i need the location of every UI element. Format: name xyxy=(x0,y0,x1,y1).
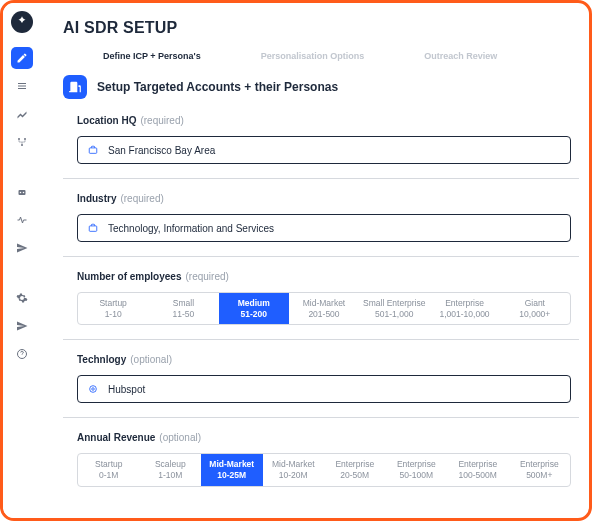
step-outreach-review[interactable]: Outreach Review xyxy=(424,51,497,61)
page-title: AI SDR SETUP xyxy=(63,19,579,37)
technology-input[interactable]: Hubspot xyxy=(77,375,571,403)
nav-list[interactable] xyxy=(11,75,33,97)
wizard-steps: Define ICP + Persona's Personalisation O… xyxy=(63,51,579,75)
nav-edit[interactable] xyxy=(11,47,33,69)
briefcase-icon xyxy=(88,223,98,233)
svg-rect-3 xyxy=(19,190,26,195)
svg-point-2 xyxy=(21,144,23,146)
technology-label: Technlogy(optional) xyxy=(77,354,579,365)
svg-point-4 xyxy=(20,192,22,194)
industry-input[interactable]: Technology, Information and Services xyxy=(77,214,571,242)
industry-value: Technology, Information and Services xyxy=(108,223,560,234)
briefcase-icon xyxy=(88,145,98,155)
technology-value: Hubspot xyxy=(108,384,560,395)
employees-option-1[interactable]: Small11-50 xyxy=(148,293,218,324)
employees-option-3[interactable]: Mid-Market201-500 xyxy=(289,293,359,324)
revenue-option-0[interactable]: Startup0-1M xyxy=(78,454,140,485)
svg-rect-8 xyxy=(89,226,97,231)
divider xyxy=(63,417,579,418)
building-icon xyxy=(63,75,87,99)
revenue-option-5[interactable]: Enterprise50-100M xyxy=(386,454,448,485)
divider xyxy=(63,178,579,179)
revenue-option-7[interactable]: Enterprise500M+ xyxy=(509,454,571,485)
step-personalisation[interactable]: Personalisation Options xyxy=(261,51,365,61)
location-input[interactable]: San Francisco Bay Area xyxy=(77,136,571,164)
nav-send[interactable] xyxy=(11,237,33,259)
revenue-option-6[interactable]: Enterprise100-500M xyxy=(447,454,509,485)
employees-option-0[interactable]: Startup1-10 xyxy=(78,293,148,324)
employees-option-5[interactable]: Enterprise1,001-10,000 xyxy=(429,293,499,324)
revenue-label: Annual Revenue(optional) xyxy=(77,432,579,443)
field-employees: Number of employees(required) Startup1-1… xyxy=(63,271,579,325)
divider xyxy=(63,339,579,340)
nav-help[interactable] xyxy=(11,343,33,365)
field-location: Location HQ(required) San Francisco Bay … xyxy=(63,115,579,164)
target-icon xyxy=(88,384,98,394)
revenue-option-1[interactable]: Scaleup1-10M xyxy=(140,454,202,485)
section-header: Setup Targeted Accounts + their Personas xyxy=(63,75,579,99)
revenue-option-2[interactable]: Mid-Market10-25M xyxy=(201,454,263,485)
sidebar xyxy=(3,3,41,518)
app-logo xyxy=(11,11,33,33)
revenue-option-3[interactable]: Mid-Market10-20M xyxy=(263,454,325,485)
step-define-icp[interactable]: Define ICP + Persona's xyxy=(103,51,201,61)
location-label: Location HQ(required) xyxy=(77,115,579,126)
employees-label: Number of employees(required) xyxy=(77,271,579,282)
svg-point-9 xyxy=(90,386,97,393)
industry-label: Industry(required) xyxy=(77,193,579,204)
section-title: Setup Targeted Accounts + their Personas xyxy=(97,80,338,94)
field-technology: Technlogy(optional) Hubspot xyxy=(63,354,579,403)
svg-point-1 xyxy=(24,138,26,140)
svg-point-0 xyxy=(18,138,20,140)
nav-nodes[interactable] xyxy=(11,131,33,153)
nav-settings[interactable] xyxy=(11,287,33,309)
field-industry: Industry(required) Technology, Informati… xyxy=(63,193,579,242)
employees-option-2[interactable]: Medium51-200 xyxy=(219,293,289,324)
revenue-segmented: Startup0-1MScaleup1-10MMid-Market10-25MM… xyxy=(77,453,571,486)
field-revenue: Annual Revenue(optional) Startup0-1MScal… xyxy=(63,432,579,486)
divider xyxy=(63,256,579,257)
nav-send-2[interactable] xyxy=(11,315,33,337)
svg-rect-7 xyxy=(89,148,97,153)
employees-segmented: Startup1-10Small11-50Medium51-200Mid-Mar… xyxy=(77,292,571,325)
nav-chart[interactable] xyxy=(11,103,33,125)
employees-option-4[interactable]: Small Enterprise501-1,000 xyxy=(359,293,429,324)
location-value: San Francisco Bay Area xyxy=(108,145,560,156)
nav-pulse[interactable] xyxy=(11,209,33,231)
employees-option-6[interactable]: Giant10,000+ xyxy=(500,293,570,324)
svg-point-10 xyxy=(92,388,95,391)
main-content: AI SDR SETUP Define ICP + Persona's Pers… xyxy=(41,3,589,518)
revenue-option-4[interactable]: Enterprise20-50M xyxy=(324,454,386,485)
nav-bot[interactable] xyxy=(11,181,33,203)
svg-point-5 xyxy=(23,192,25,194)
